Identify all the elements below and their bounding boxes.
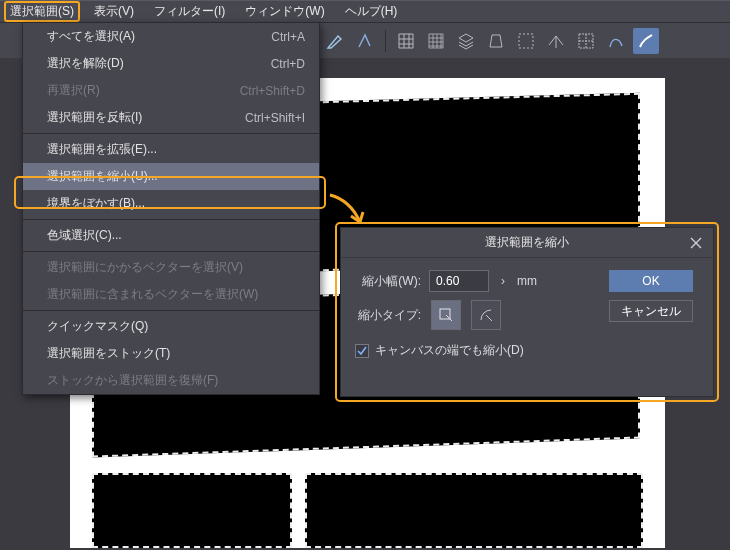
menu-label: クイックマスク(Q): [47, 318, 148, 335]
menu-shortcut: Ctrl+D: [271, 57, 305, 71]
shrink-type-round[interactable]: [471, 300, 501, 330]
menu-separator: [23, 219, 319, 220]
menu-selection[interactable]: 選択範囲(S): [4, 1, 80, 22]
comic-panel: [92, 473, 292, 548]
menu-window[interactable]: ウィンドウ(W): [239, 1, 330, 22]
menu-expand[interactable]: 選択範囲を拡張(E)...: [23, 136, 319, 163]
menu-separator: [23, 310, 319, 311]
menu-vector-over: 選択範囲にかかるベクターを選択(V): [23, 254, 319, 281]
checkbox-checked-icon[interactable]: [355, 344, 369, 358]
rect-dashed-icon[interactable]: [513, 28, 539, 54]
menu-label: 選択範囲を反転(I): [47, 109, 142, 126]
menu-color-range[interactable]: 色域選択(C)...: [23, 222, 319, 249]
menu-deselect[interactable]: 選択を解除(D) Ctrl+D: [23, 50, 319, 77]
menu-label: 選択範囲を縮小(U)...: [47, 168, 158, 185]
grid-icon[interactable]: [393, 28, 419, 54]
type-row: 縮小タイプ:: [355, 300, 599, 330]
menu-label: 選択を解除(D): [47, 55, 124, 72]
dialog-titlebar: 選択範囲を縮小: [341, 228, 713, 258]
close-button[interactable]: [687, 234, 705, 252]
guide-icon[interactable]: [573, 28, 599, 54]
menu-shortcut: Ctrl+Shift+I: [245, 111, 305, 125]
menu-separator: [23, 251, 319, 252]
selection-menu-dropdown: すべてを選択(A) Ctrl+A 選択を解除(D) Ctrl+D 再選択(R) …: [22, 22, 320, 395]
menubar: 選択範囲(S) 表示(V) フィルター(I) ウィンドウ(W) ヘルプ(H): [0, 0, 730, 22]
menu-shrink[interactable]: 選択範囲を縮小(U)...: [23, 163, 319, 190]
menu-help[interactable]: ヘルプ(H): [339, 1, 404, 22]
comic-panel: [305, 473, 643, 548]
menu-stock[interactable]: 選択範囲をストック(T): [23, 340, 319, 367]
ruler-3d-icon[interactable]: [543, 28, 569, 54]
grid-icon[interactable]: [423, 28, 449, 54]
menu-label: 選択範囲をストック(T): [47, 345, 170, 362]
perspective-icon[interactable]: [483, 28, 509, 54]
square-corner-icon: [438, 307, 454, 323]
menu-label: 選択範囲にかかるベクターを選択(V): [47, 259, 243, 276]
svg-rect-0: [519, 34, 533, 48]
close-icon: [690, 237, 702, 249]
brush-icon[interactable]: [633, 28, 659, 54]
menu-separator: [23, 133, 319, 134]
ok-button[interactable]: OK: [609, 270, 693, 292]
menu-label: ストックから選択範囲を復帰(F): [47, 372, 218, 389]
stepper-arrow-icon[interactable]: ›: [497, 274, 509, 288]
menu-invert[interactable]: 選択範囲を反転(I) Ctrl+Shift+I: [23, 104, 319, 131]
unit-label: mm: [517, 274, 537, 288]
menu-vector-in: 選択範囲に含まれるベクターを選択(W): [23, 281, 319, 308]
menu-label: 選択範囲に含まれるベクターを選択(W): [47, 286, 258, 303]
toolbar-divider: [385, 30, 386, 52]
width-input[interactable]: [429, 270, 489, 292]
dialog-title-text: 選択範囲を縮小: [485, 234, 569, 251]
round-corner-icon: [478, 307, 494, 323]
tool-icon-generic[interactable]: [322, 28, 348, 54]
menu-reselect: 再選択(R) Ctrl+Shift+D: [23, 77, 319, 104]
menu-shortcut: Ctrl+Shift+D: [240, 84, 305, 98]
menu-filter[interactable]: フィルター(I): [148, 1, 231, 22]
shrink-dialog: 選択範囲を縮小 縮小幅(W): › mm OK 縮小タイプ: キャンセル: [340, 227, 714, 397]
width-row: 縮小幅(W): › mm: [355, 270, 599, 292]
canvas-edge-row[interactable]: キャンバスの端でも縮小(D): [355, 338, 699, 359]
type-label: 縮小タイプ:: [355, 307, 421, 324]
menu-restore-stock: ストックから選択範囲を復帰(F): [23, 367, 319, 394]
tool-icon-generic[interactable]: [352, 28, 378, 54]
menu-label: 選択範囲を拡張(E)...: [47, 141, 157, 158]
menu-feather[interactable]: 境界をぼかす(B)...: [23, 190, 319, 217]
dialog-body: 縮小幅(W): › mm OK 縮小タイプ: キャンセル キャンバスの端でも縮小…: [341, 258, 713, 367]
tool-icon-generic[interactable]: [603, 28, 629, 54]
shrink-type-square[interactable]: [431, 300, 461, 330]
layers-icon[interactable]: [453, 28, 479, 54]
width-label: 縮小幅(W):: [355, 273, 421, 290]
menu-quickmask[interactable]: クイックマスク(Q): [23, 313, 319, 340]
cancel-button[interactable]: キャンセル: [609, 300, 693, 322]
menu-label: すべてを選択(A): [47, 28, 135, 45]
canvas-edge-label: キャンバスの端でも縮小(D): [375, 342, 524, 359]
menu-label: 色域選択(C)...: [47, 227, 122, 244]
menu-select-all[interactable]: すべてを選択(A) Ctrl+A: [23, 23, 319, 50]
menu-view[interactable]: 表示(V): [88, 1, 140, 22]
menu-shortcut: Ctrl+A: [271, 30, 305, 44]
menu-label: 再選択(R): [47, 82, 100, 99]
menu-label: 境界をぼかす(B)...: [47, 195, 145, 212]
